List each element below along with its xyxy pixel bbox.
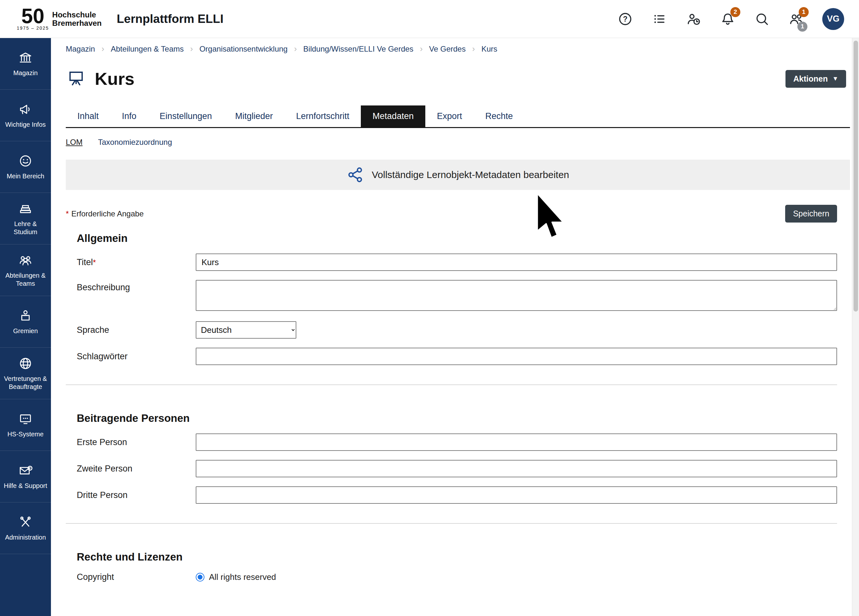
breadcrumb-separator: › — [190, 44, 193, 54]
search-button[interactable] — [754, 11, 770, 27]
share-nodes-icon — [347, 166, 364, 183]
field-label: Sprache — [66, 325, 196, 335]
field-label: Schlagwörter — [66, 352, 196, 361]
schlagwoerter-input[interactable] — [196, 348, 837, 365]
svg-text:?: ? — [623, 15, 628, 23]
bank-icon — [18, 50, 33, 65]
page-header: Kurs Aktionen ▼ — [66, 69, 850, 89]
dritte-person-input[interactable] — [196, 486, 837, 504]
breadcrumb-link[interactable]: Kurs — [481, 44, 497, 53]
speichern-button[interactable]: Speichern — [785, 205, 837, 222]
section-title-allgemein: Allgemein — [66, 232, 850, 244]
sidebar-item-magazin[interactable]: Magazin — [0, 38, 51, 90]
contacts-badge-primary: 1 — [799, 7, 809, 17]
sidebar-item-label: Mein Bereich — [7, 172, 44, 180]
notifications-badge: 2 — [730, 7, 740, 17]
required-asterisk: * — [93, 258, 96, 267]
overview-list-button[interactable] — [651, 11, 667, 27]
breadcrumb-separator: › — [102, 44, 105, 54]
breadcrumb-link[interactable]: Organisationsentwicklung — [199, 44, 287, 53]
section-title-rechte-lizenzen: Rechte und Lizenzen — [66, 551, 850, 563]
field-label: Dritte Person — [66, 490, 196, 500]
sidebar-item-abteilungen-teams[interactable]: Abteilungen & Teams — [0, 244, 51, 296]
tab-metadaten[interactable]: Metadaten — [361, 105, 425, 127]
breadcrumb-link[interactable]: Magazin — [66, 44, 95, 53]
section-title-beitragende-personen: Beitragende Personen — [66, 412, 850, 424]
tab-rechte[interactable]: Rechte — [474, 105, 525, 127]
breadcrumb-separator: › — [294, 44, 297, 54]
sidebar-item-administration[interactable]: Administration — [0, 502, 51, 554]
titel-input[interactable] — [196, 253, 837, 271]
form-row-dritte-person: Dritte Person — [66, 486, 850, 504]
contacts-badge-secondary: 1 — [797, 22, 807, 31]
subtab-lom[interactable]: LOM — [66, 138, 83, 147]
page-title: Kurs — [95, 69, 134, 89]
monitor-icon — [18, 411, 33, 426]
banner-label: Vollständige Lernobjekt-Metadaten bearbe… — [372, 169, 569, 180]
hochschule-bremerhaven-logo: 50 1975 – 2025 Hochschule Bremerhaven — [17, 8, 102, 30]
field-label: Erste Person — [66, 437, 196, 447]
copyright-radio-label: All rights reserved — [209, 572, 276, 582]
logo-50: 50 1975 – 2025 — [17, 8, 49, 30]
contacts-button[interactable]: 1 1 — [788, 11, 804, 27]
sidebar-item-vertretungen[interactable]: Vertretungen & Beauftragte — [0, 348, 51, 399]
sidebar-item-label: HS-Systeme — [8, 430, 44, 438]
sidebar-item-label: Gremien — [13, 327, 38, 335]
sidebar-item-hs-systeme[interactable]: HS-Systeme — [0, 399, 51, 451]
tab-einstellungen[interactable]: Einstellungen — [148, 105, 223, 127]
help-icon: ? — [617, 11, 633, 27]
breadcrumb-link[interactable]: Abteilungen & Teams — [111, 44, 183, 53]
sidebar-item-label: Abteilungen & Teams — [3, 272, 48, 288]
breadcrumb-separator: › — [420, 44, 423, 54]
form-row-copyright: Copyright All rights reserved — [66, 572, 850, 582]
tab-info[interactable]: Info — [110, 105, 148, 127]
tab-lernfortschritt[interactable]: Lernfortschritt — [284, 105, 361, 127]
sidebar-item-label: Lehre & Studium — [3, 220, 48, 236]
sidebar-item-mein-bereich[interactable]: Mein Bereich — [0, 141, 51, 193]
chevron-down-icon: ▼ — [832, 75, 839, 82]
sidebar-item-lehre-studium[interactable]: Lehre & Studium — [0, 193, 51, 244]
podium-icon — [18, 308, 33, 323]
section-divider — [66, 523, 837, 524]
main-sidebar: Magazin Wichtige Infos Mein Bereich Lehr… — [0, 38, 51, 616]
sprache-select[interactable]: Deutsch — [196, 321, 296, 339]
smiley-icon — [18, 153, 33, 168]
required-asterisk: * — [66, 209, 69, 218]
form-row-beschreibung: Beschreibung — [66, 280, 850, 312]
tab-export[interactable]: Export — [425, 105, 474, 127]
scrollbar-thumb[interactable] — [854, 41, 858, 311]
tab-inhalt[interactable]: Inhalt — [66, 105, 110, 127]
breadcrumb-link[interactable]: Ve Gerdes — [429, 44, 465, 53]
sidebar-item-hilfe-support[interactable]: ? Hilfe & Support — [0, 451, 51, 502]
zweite-person-input[interactable] — [196, 460, 837, 477]
aktionen-button[interactable]: Aktionen ▼ — [786, 70, 846, 88]
sidebar-item-wichtige-infos[interactable]: Wichtige Infos — [0, 90, 51, 141]
vertical-scrollbar[interactable] — [852, 38, 859, 616]
breadcrumb-link[interactable]: Bildung/Wissen/ELLI Ve Gerdes — [303, 44, 414, 53]
people-icon — [18, 253, 33, 268]
svg-text:?: ? — [29, 466, 31, 470]
course-board-icon — [66, 69, 86, 88]
tab-bar: Inhalt Info Einstellungen Mitglieder Ler… — [66, 105, 850, 128]
sidebar-item-label: Administration — [5, 533, 46, 541]
logo-years: 1975 – 2025 — [17, 27, 49, 30]
edit-full-metadata-banner[interactable]: Vollständige Lernobjekt-Metadaten bearbe… — [66, 159, 850, 190]
form-meta-row: *Erforderliche Angabe Speichern — [66, 205, 850, 222]
form-row-zweite-person: Zweite Person — [66, 460, 850, 477]
sidebar-item-label: Vertretungen & Beauftragte — [3, 375, 48, 391]
tab-mitglieder[interactable]: Mitglieder — [223, 105, 284, 127]
beschreibung-textarea[interactable] — [196, 280, 837, 311]
user-avatar[interactable]: VG — [822, 8, 844, 30]
recent-activity-button[interactable] — [686, 11, 702, 27]
copyright-radio[interactable] — [196, 573, 205, 582]
sidebar-item-gremien[interactable]: Gremien — [0, 296, 51, 348]
erste-person-input[interactable] — [196, 433, 837, 451]
sidebar-item-label: Hilfe & Support — [4, 482, 47, 490]
subtab-taxonomiezuordnung[interactable]: Taxonomiezuordnung — [98, 138, 172, 147]
required-note: *Erforderliche Angabe — [66, 209, 144, 218]
help-button[interactable]: ? — [617, 11, 633, 27]
books-icon — [18, 201, 33, 216]
notifications-button[interactable]: 2 — [720, 11, 736, 27]
list-icon — [652, 11, 667, 27]
topbar-icon-group: ? 2 — [617, 8, 844, 30]
